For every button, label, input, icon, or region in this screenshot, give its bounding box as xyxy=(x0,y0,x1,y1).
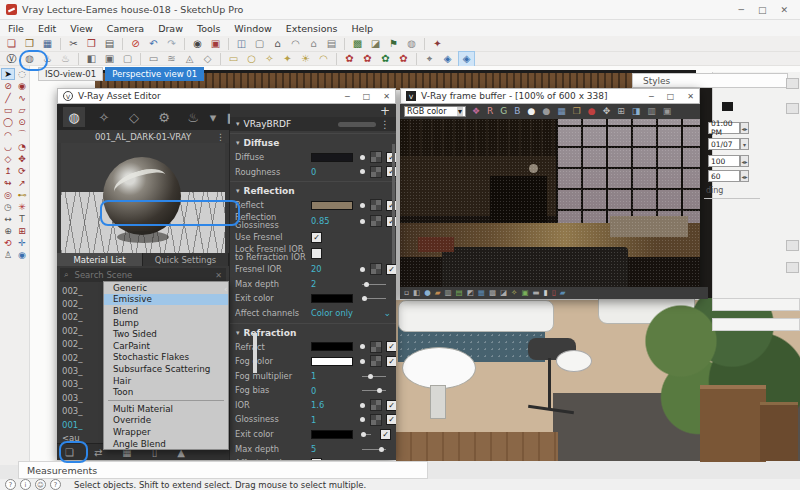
ae-minimize-button[interactable]: ─ xyxy=(345,92,350,101)
circle-tool-icon[interactable]: ◯ xyxy=(1,116,15,128)
text-tool-icon[interactable]: T xyxy=(15,213,29,225)
vfb-hue-icon[interactable]: ▰ xyxy=(435,289,441,297)
green-channel-icon[interactable]: G xyxy=(500,107,507,116)
pie-tool-icon[interactable]: ◔ xyxy=(15,141,29,153)
person-flag-icon[interactable]: ⚑ xyxy=(386,37,401,51)
scale-tool-icon[interactable]: ↗ xyxy=(15,177,29,189)
brdf-header[interactable]: ▾ VRayBRDF ⋮ xyxy=(230,117,396,131)
param-value[interactable]: 1 xyxy=(311,415,316,425)
stop-render-icon[interactable]: ● xyxy=(588,107,596,116)
two-point-arc-tool-icon[interactable]: ⌒ xyxy=(15,128,29,140)
rectangle-tool-icon[interactable]: ▭ xyxy=(1,104,15,116)
frame-buffer-titlebar[interactable]: V V-Ray frame buffer - [100% of 600 x 33… xyxy=(400,88,700,104)
param-slider[interactable] xyxy=(362,284,386,285)
shadow-light-spinner[interactable]: ◂▸ xyxy=(740,155,749,167)
material-type-item[interactable]: Angle Blend xyxy=(104,438,228,450)
paint-bucket-icon[interactable]: ◉ xyxy=(190,37,205,51)
tray-box-4[interactable] xyxy=(786,262,799,273)
dropdown-chevron-icon[interactable]: ⌄ xyxy=(383,308,391,318)
omni-light-icon[interactable]: ☀ xyxy=(298,52,313,66)
vfb-ocio-icon[interactable]: ▩ xyxy=(489,289,496,297)
vfb-levels-icon[interactable]: ▤ xyxy=(456,289,463,297)
material-type-item[interactable]: Subsurface Scattering xyxy=(104,363,228,375)
collapse-handle-icon[interactable]: ‹ xyxy=(224,284,228,294)
blue-channel-icon[interactable]: B xyxy=(514,107,520,116)
section-header[interactable]: ▾ Reflection xyxy=(230,181,396,198)
pane-tab[interactable]: Material List xyxy=(57,253,143,266)
new-file-icon[interactable]: ❏ xyxy=(4,37,19,51)
north-point-icon[interactable]: ⌖ xyxy=(422,52,437,66)
param-value[interactable]: 0 xyxy=(311,167,316,177)
tray-box-1[interactable] xyxy=(786,78,799,89)
three-point-arc-tool-icon[interactable]: ◡ xyxy=(1,141,15,153)
add-asset-icon[interactable]: ❏ xyxy=(65,447,74,458)
param-slider[interactable] xyxy=(362,449,386,450)
menu-item[interactable]: Draw xyxy=(158,23,183,34)
param-value[interactable]: 2 xyxy=(311,279,316,289)
vray-fur-icon[interactable]: ≋ xyxy=(164,52,179,66)
tray-bar-2[interactable] xyxy=(712,318,800,331)
delete-icon[interactable]: ⊘ xyxy=(128,37,143,51)
paint-tool-icon[interactable]: ◉ xyxy=(15,80,29,92)
enable-checkbox[interactable] xyxy=(386,414,396,425)
param-checkbox[interactable] xyxy=(311,458,322,460)
vfb-corrections-icon[interactable]: ▫ xyxy=(404,289,409,297)
vfb-color-balance-icon[interactable]: ▥ xyxy=(445,289,452,297)
enable-checkbox[interactable] xyxy=(386,264,396,275)
open-icon[interactable]: ❐ xyxy=(22,37,37,51)
menu-item[interactable]: File xyxy=(8,23,24,34)
push-pull-tool-icon[interactable]: ↥ xyxy=(1,165,15,177)
shadow-date-dropdown[interactable]: ▾ xyxy=(740,138,749,150)
axes-tool-icon[interactable]: ✳ xyxy=(15,201,29,213)
measurements-box[interactable]: Measurements xyxy=(18,461,428,479)
terrain-icon[interactable]: ◪ xyxy=(368,37,383,51)
look-around-tool-icon[interactable]: ◉ xyxy=(15,249,29,261)
add-layer-button[interactable]: + xyxy=(380,104,390,118)
roof-icon[interactable]: ◠ xyxy=(288,37,303,51)
compare-icon[interactable]: ▥ xyxy=(647,107,656,116)
line-tool-icon[interactable]: ╱ xyxy=(1,92,15,104)
color-swatch[interactable] xyxy=(311,342,353,351)
texture-map-button[interactable] xyxy=(370,151,382,163)
infinite-plane-icon[interactable]: ▭ xyxy=(146,52,161,66)
vfb-rgb-view-icon[interactable]: ▰ xyxy=(560,289,566,297)
texture-map-button[interactable] xyxy=(370,199,382,211)
list-scrollbar[interactable] xyxy=(253,333,257,373)
material-type-item[interactable]: Toon xyxy=(104,386,228,398)
params-scrollbar[interactable] xyxy=(392,144,395,264)
search-clear-icon[interactable]: ✕ xyxy=(215,271,222,280)
color-swatch[interactable] xyxy=(311,294,353,303)
materials-tab-icon[interactable]: ◍ xyxy=(63,107,85,127)
minimize-button[interactable]: ─ xyxy=(739,5,744,15)
cut-icon[interactable]: ✂ xyxy=(66,37,81,51)
tray-box-2[interactable] xyxy=(786,103,799,114)
lock-camera-icon[interactable]: ▢ xyxy=(120,52,135,66)
select-tool-icon[interactable]: ➤ xyxy=(1,68,15,80)
material-type-item[interactable]: Emissive xyxy=(104,294,228,306)
view-tab[interactable]: ISO-view-01 xyxy=(38,67,103,81)
geolocation-icon[interactable]: ? xyxy=(5,479,16,490)
shadow-time-spinner[interactable]: ◂▸ xyxy=(740,122,749,134)
texture-map-button[interactable] xyxy=(370,166,382,178)
search-input[interactable] xyxy=(72,269,211,281)
frame-buffer-icon[interactable]: ◧ xyxy=(84,52,99,66)
help-icon[interactable]: ? xyxy=(50,479,61,490)
material-type-item[interactable]: CarPaint xyxy=(104,340,228,352)
history-icon[interactable]: ▣ xyxy=(663,107,672,116)
texture-map-button[interactable] xyxy=(370,263,382,275)
fb-close-button[interactable]: ✕ xyxy=(687,92,694,101)
param-checkbox[interactable] xyxy=(311,248,322,259)
pan-tool-icon[interactable]: ✛ xyxy=(15,237,29,249)
undo-icon[interactable]: ↶ xyxy=(146,37,161,51)
monochrome-icon[interactable]: ● xyxy=(542,107,550,116)
rotated-rectangle-tool-icon[interactable]: ▱ xyxy=(15,104,29,116)
ellipse-tool-icon[interactable]: ⊙ xyxy=(15,116,29,128)
vfb-icc-icon[interactable]: ◪ xyxy=(500,289,507,297)
view-tab[interactable]: Perspective view 01 xyxy=(105,67,204,81)
texture-map-button[interactable] xyxy=(370,215,382,227)
dome-light-icon[interactable]: ◠ xyxy=(316,52,331,66)
redo-icon[interactable]: ↷ xyxy=(164,37,179,51)
param-value[interactable]: 5 xyxy=(311,444,316,454)
polygon-tool-icon[interactable]: ◇ xyxy=(1,153,15,165)
vfb-bloom-icon[interactable]: ✧ xyxy=(511,289,517,297)
